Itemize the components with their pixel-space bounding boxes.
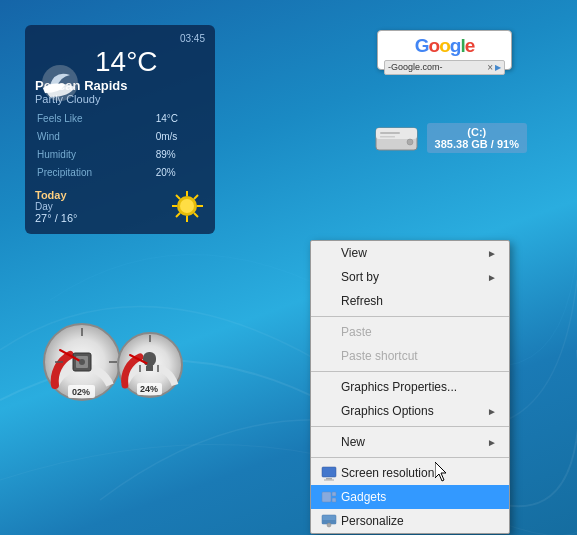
menu-item-sort-by[interactable]: Sort by ► <box>311 265 509 289</box>
svg-rect-39 <box>322 492 331 502</box>
menu-item-personalize[interactable]: Personalize <box>311 509 509 533</box>
menu-label-personalize: Personalize <box>341 514 404 528</box>
menu-label-graphics-options: Graphics Options <box>341 404 434 418</box>
meters-widget: 02% <box>40 320 185 405</box>
menu-item-paste: Paste <box>311 320 509 344</box>
svg-point-44 <box>327 523 331 527</box>
svg-line-10 <box>176 213 180 217</box>
svg-rect-37 <box>326 478 332 480</box>
menu-label-new: New <box>341 435 365 449</box>
personalize-icon <box>321 513 337 529</box>
menu-item-gadgets[interactable]: Gadgets <box>311 485 509 509</box>
menu-item-view[interactable]: View ► <box>311 241 509 265</box>
menu-separator-3 <box>311 426 509 427</box>
new-arrow: ► <box>487 437 497 448</box>
menu-label-paste: Paste <box>341 325 372 339</box>
menu-label-graphics-properties: Graphics Properties... <box>341 380 457 394</box>
menu-item-graphics-options[interactable]: Graphics Options ► <box>311 399 509 423</box>
sun-icon <box>170 189 205 224</box>
google-expand-btn[interactable]: ▶ <box>495 63 501 72</box>
sort-menu-icon <box>321 269 337 285</box>
graphics-opts-arrow: ► <box>487 406 497 417</box>
menu-label-paste-shortcut: Paste shortcut <box>341 349 418 363</box>
drive-gadget: (C:) 385.38 GB / 91% <box>374 120 527 155</box>
screen-resolution-icon <box>321 465 337 481</box>
svg-text:02%: 02% <box>72 387 90 397</box>
menu-label-gadgets: Gadgets <box>341 490 386 504</box>
menu-separator-4 <box>311 457 509 458</box>
svg-point-33 <box>147 362 153 368</box>
google-close-btn[interactable]: × <box>487 62 493 73</box>
weather-icon <box>35 55 90 110</box>
menu-item-refresh[interactable]: Refresh <box>311 289 509 313</box>
menu-item-screen-resolution[interactable]: Screen resolution <box>311 461 509 485</box>
view-arrow: ► <box>487 248 497 259</box>
menu-label-view: View <box>341 246 367 260</box>
paste-shortcut-menu-icon <box>321 348 337 364</box>
google-url: -Google.com- <box>388 62 485 72</box>
drive-icon <box>374 120 419 155</box>
svg-line-8 <box>194 213 198 217</box>
new-menu-icon <box>321 434 337 450</box>
svg-rect-15 <box>380 136 395 138</box>
svg-rect-36 <box>322 467 336 477</box>
weather-details: Feels Like14°C Wind0m/s Humidity89% Prec… <box>35 109 205 183</box>
refresh-menu-icon <box>321 293 337 309</box>
drive-label: (C:) <box>435 126 519 138</box>
gadgets-icon <box>321 489 337 505</box>
menu-label-refresh: Refresh <box>341 294 383 308</box>
drive-info: 385.38 GB / 91% <box>435 138 519 150</box>
weather-temperature: 14°C <box>95 46 205 78</box>
weather-today: Today Day 27° / 16° <box>35 189 205 224</box>
sort-arrow: ► <box>487 272 497 283</box>
svg-line-9 <box>194 195 198 199</box>
graphics-props-icon <box>321 379 337 395</box>
menu-label-sort-by: Sort by <box>341 270 379 284</box>
cpu-meter: 02% <box>40 320 125 405</box>
google-gadget[interactable]: Google -Google.com- × ▶ <box>377 30 512 70</box>
view-menu-icon <box>321 245 337 261</box>
svg-rect-38 <box>324 480 334 481</box>
svg-point-2 <box>180 199 194 213</box>
svg-rect-40 <box>332 492 336 496</box>
weather-widget: 03:45 14°C Pelican Rapids Partly Cloudy … <box>25 25 215 234</box>
weather-time: 03:45 <box>35 33 205 44</box>
svg-line-7 <box>176 195 180 199</box>
svg-point-23 <box>79 359 85 365</box>
svg-point-13 <box>407 139 413 145</box>
menu-label-screen-resolution: Screen resolution <box>341 466 434 480</box>
menu-item-paste-shortcut: Paste shortcut <box>311 344 509 368</box>
menu-item-graphics-properties[interactable]: Graphics Properties... <box>311 375 509 399</box>
paste-menu-icon <box>321 324 337 340</box>
menu-separator-1 <box>311 316 509 317</box>
graphics-opts-icon <box>321 403 337 419</box>
menu-item-new[interactable]: New ► <box>311 430 509 454</box>
svg-text:24%: 24% <box>140 384 158 394</box>
context-menu: View ► Sort by ► Refresh Paste <box>310 240 510 534</box>
google-logo: Google <box>415 35 474 58</box>
svg-rect-41 <box>332 498 336 502</box>
gpu-meter: 24% <box>115 330 185 400</box>
menu-separator-2 <box>311 371 509 372</box>
svg-rect-14 <box>380 132 400 134</box>
desktop: 03:45 14°C Pelican Rapids Partly Cloudy … <box>0 0 577 535</box>
